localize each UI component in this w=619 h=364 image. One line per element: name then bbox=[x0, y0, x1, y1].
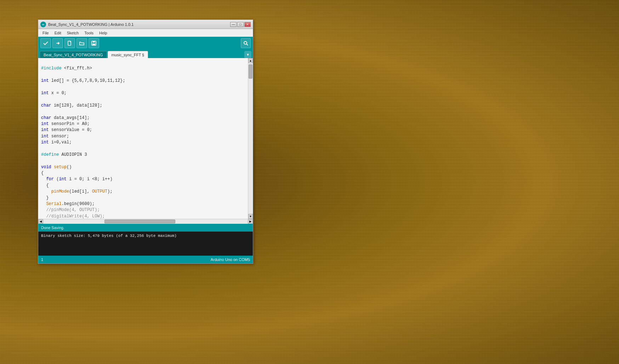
scroll-thumb[interactable] bbox=[249, 64, 252, 79]
code-content[interactable]: #include <fix_fft.h> int led[] = {5,6,7,… bbox=[38, 58, 248, 219]
console-text: Binary sketch size: 5,470 bytes (of a 32… bbox=[41, 233, 250, 239]
tabs-bar: Beat_Sync_V1_4_POTWORKING music_sync_FFT… bbox=[38, 50, 253, 58]
new-file-icon bbox=[67, 40, 73, 46]
svg-point-4 bbox=[244, 41, 247, 44]
arduino-window: ∞ Beat_Sync_V1_4_POTWORKING | Arduino 1.… bbox=[38, 19, 253, 264]
new-button[interactable] bbox=[64, 38, 75, 48]
verify-button[interactable] bbox=[40, 38, 51, 48]
board-info: Arduino Uno on COM5 bbox=[211, 257, 250, 262]
svg-rect-2 bbox=[93, 41, 95, 42]
maximize-button[interactable]: □ bbox=[237, 22, 244, 27]
line-number: 1 bbox=[41, 257, 43, 262]
title-bar-left: ∞ Beat_Sync_V1_4_POTWORKING | Arduino 1.… bbox=[40, 22, 134, 27]
console-area: Binary sketch size: 5,470 bytes (of a 32… bbox=[38, 232, 253, 256]
vertical-scrollbar[interactable]: ▲ ▼ bbox=[248, 58, 253, 219]
scroll-h-thumb[interactable] bbox=[104, 220, 175, 223]
scroll-right-arrow[interactable]: ▶ bbox=[248, 219, 253, 224]
editor-area: #include <fix_fft.h> int led[] = {5,6,7,… bbox=[38, 58, 253, 219]
tab-beat-sync[interactable]: Beat_Sync_V1_4_POTWORKING bbox=[40, 51, 107, 58]
menu-sketch[interactable]: Sketch bbox=[64, 30, 82, 36]
svg-rect-3 bbox=[92, 44, 95, 45]
menu-bar: File Edit Sketch Tools Help bbox=[38, 29, 253, 37]
arduino-icon: ∞ bbox=[40, 22, 46, 27]
title-bar: ∞ Beat_Sync_V1_4_POTWORKING | Arduino 1.… bbox=[38, 20, 253, 29]
minimize-button[interactable]: — bbox=[230, 22, 237, 27]
close-button[interactable]: ✕ bbox=[244, 22, 251, 27]
code-scroll[interactable]: #include <fix_fft.h> int led[] = {5,6,7,… bbox=[38, 58, 248, 219]
bottom-status-bar: 1 Arduino Uno on COM5 bbox=[38, 256, 253, 263]
scroll-h-track[interactable] bbox=[43, 219, 248, 224]
save-button[interactable] bbox=[89, 38, 99, 48]
menu-file[interactable]: File bbox=[40, 30, 52, 36]
status-saving-bar: Done Saving. bbox=[38, 224, 253, 232]
scroll-track[interactable] bbox=[248, 63, 253, 214]
saving-text: Done Saving. bbox=[41, 226, 64, 230]
tab-more-button[interactable]: ▼ bbox=[244, 51, 251, 58]
menu-help[interactable]: Help bbox=[96, 30, 110, 36]
save-icon bbox=[91, 40, 97, 46]
search-icon bbox=[243, 40, 249, 46]
scroll-left-arrow[interactable]: ◀ bbox=[38, 219, 43, 224]
menu-edit[interactable]: Edit bbox=[52, 30, 64, 36]
upload-icon bbox=[55, 40, 61, 46]
upload-button[interactable] bbox=[52, 38, 63, 48]
scroll-up-arrow[interactable]: ▲ bbox=[248, 58, 253, 63]
search-button[interactable] bbox=[241, 38, 251, 48]
horizontal-scrollbar[interactable]: ◀ ▶ bbox=[38, 219, 253, 224]
toolbar bbox=[38, 37, 253, 50]
check-icon bbox=[43, 40, 49, 46]
open-folder-icon bbox=[79, 40, 85, 46]
menu-tools[interactable]: Tools bbox=[81, 30, 96, 36]
svg-line-5 bbox=[246, 44, 248, 45]
tab-music-sync[interactable]: music_sync_FFT § bbox=[108, 51, 148, 58]
scroll-down-arrow[interactable]: ▼ bbox=[248, 214, 253, 219]
open-button[interactable] bbox=[76, 38, 87, 48]
title-buttons: — □ ✕ bbox=[230, 22, 251, 27]
window-title: Beat_Sync_V1_4_POTWORKING | Arduino 1.0.… bbox=[48, 22, 134, 27]
